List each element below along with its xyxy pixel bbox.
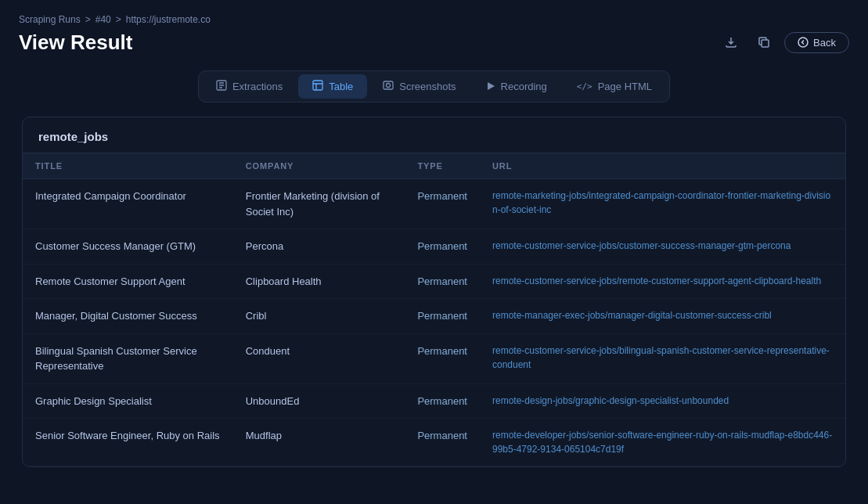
tab-recording-label: Recording	[501, 81, 547, 92]
cell-company: Percona	[233, 229, 405, 265]
cell-company: Conduent	[233, 333, 405, 383]
cell-url[interactable]: remote-marketing-jobs/integrated-campaig…	[480, 179, 845, 229]
cell-type: Permanent	[405, 264, 480, 299]
table-row: Manager, Digital Customer Success Cribl …	[23, 299, 845, 334]
screenshots-icon	[383, 80, 394, 93]
tab-extractions-label: Extractions	[232, 81, 283, 92]
topbar: Scraping Runs > #40 > https://justremote…	[0, 0, 868, 61]
breadcrumb: Scraping Runs > #40 > https://justremote…	[19, 14, 849, 25]
tabs: Extractions Table Screenshots	[198, 70, 670, 103]
table-body: Integrated Campaign Coordinator Frontier…	[23, 179, 845, 466]
back-button-label: Back	[813, 37, 836, 49]
cell-type: Permanent	[405, 299, 480, 334]
col-title: TITLE	[23, 153, 233, 179]
cell-company: Frontier Marketing (division of Societ I…	[233, 179, 405, 229]
svg-point-5	[387, 84, 391, 88]
cell-company: UnboundEd	[233, 383, 405, 419]
cell-type: Permanent	[405, 333, 480, 383]
tab-table-label: Table	[329, 81, 353, 92]
copy-button[interactable]	[751, 30, 776, 55]
cell-company: Mudflap	[233, 419, 405, 466]
tab-table[interactable]: Table	[298, 74, 367, 99]
table-header: TITLE COMPANY TYPE URL	[23, 153, 845, 179]
page-title: View Result	[19, 31, 132, 55]
table-container: remote_jobs TITLE COMPANY TYPE URL Integ…	[22, 117, 846, 467]
cell-company: Cribl	[233, 299, 405, 334]
cell-title: Graphic Design Specialist	[23, 383, 233, 419]
col-company: COMPANY	[233, 153, 405, 179]
extractions-icon	[216, 80, 227, 93]
svg-point-1	[798, 38, 808, 47]
cell-title: Remote Customer Support Agent	[23, 264, 233, 299]
tab-recording[interactable]: Recording	[472, 74, 561, 99]
header-actions: Back	[719, 30, 849, 55]
main-content: remote_jobs TITLE COMPANY TYPE URL Integ…	[0, 117, 868, 467]
page-header: View Result Back	[19, 30, 849, 55]
cell-title: Integrated Campaign Coordinator	[23, 179, 233, 229]
svg-rect-0	[762, 40, 769, 47]
col-type: TYPE	[405, 153, 480, 179]
table-row: Graphic Design Specialist UnboundEd Perm…	[23, 383, 845, 419]
tab-extractions[interactable]: Extractions	[202, 74, 297, 99]
cell-type: Permanent	[405, 419, 480, 466]
svg-rect-3	[313, 81, 322, 90]
cell-url[interactable]: remote-customer-service-jobs/bilingual-s…	[480, 333, 845, 383]
svg-rect-4	[384, 81, 393, 89]
table-name: remote_jobs	[23, 117, 845, 153]
cell-url[interactable]: remote-customer-service-jobs/customer-su…	[480, 229, 845, 265]
tab-screenshots[interactable]: Screenshots	[369, 74, 470, 99]
cell-type: Permanent	[405, 383, 480, 419]
table-icon	[312, 80, 323, 93]
table-row: Customer Success Manager (GTM) Percona P…	[23, 229, 845, 265]
breadcrumb-sep-1: >	[85, 14, 91, 25]
table-row: Senior Software Engineer, Ruby on Rails …	[23, 419, 845, 466]
table-row: Remote Customer Support Agent Clipboard …	[23, 264, 845, 299]
breadcrumb-sep-2: >	[116, 14, 121, 25]
table-row: Bilingual Spanish Customer Service Repre…	[23, 333, 845, 383]
cell-url[interactable]: remote-manager-exec-jobs/manager-digital…	[480, 299, 845, 334]
back-button[interactable]: Back	[784, 32, 849, 53]
tab-screenshots-label: Screenshots	[399, 81, 456, 92]
download-button[interactable]	[719, 30, 744, 55]
cell-title: Bilingual Spanish Customer Service Repre…	[23, 333, 233, 383]
data-table: TITLE COMPANY TYPE URL Integrated Campai…	[23, 153, 845, 466]
tab-page-html[interactable]: </> Page HTML	[563, 74, 666, 99]
cell-title: Customer Success Manager (GTM)	[23, 229, 233, 265]
cell-url[interactable]: remote-design-jobs/graphic-design-specia…	[480, 383, 845, 419]
col-url: URL	[480, 153, 845, 179]
cell-company: Clipboard Health	[233, 264, 405, 299]
breadcrumb-item-2[interactable]: #40	[95, 14, 111, 25]
tab-page-html-label: Page HTML	[598, 81, 652, 92]
recording-icon	[486, 81, 495, 93]
tabs-container: Extractions Table Screenshots	[0, 70, 868, 103]
cell-url[interactable]: remote-developer-jobs/senior-software-en…	[480, 419, 845, 466]
cell-type: Permanent	[405, 229, 480, 265]
cell-title: Senior Software Engineer, Ruby on Rails	[23, 419, 233, 466]
cell-url[interactable]: remote-customer-service-jobs/remote-cust…	[480, 264, 845, 299]
breadcrumb-item-1[interactable]: Scraping Runs	[19, 14, 81, 25]
cell-type: Permanent	[405, 179, 480, 229]
table-row: Integrated Campaign Coordinator Frontier…	[23, 179, 845, 229]
svg-marker-6	[488, 82, 495, 90]
page-html-icon: </>	[577, 81, 592, 92]
breadcrumb-item-3[interactable]: https://justremote.co	[126, 14, 211, 25]
cell-title: Manager, Digital Customer Success	[23, 299, 233, 334]
